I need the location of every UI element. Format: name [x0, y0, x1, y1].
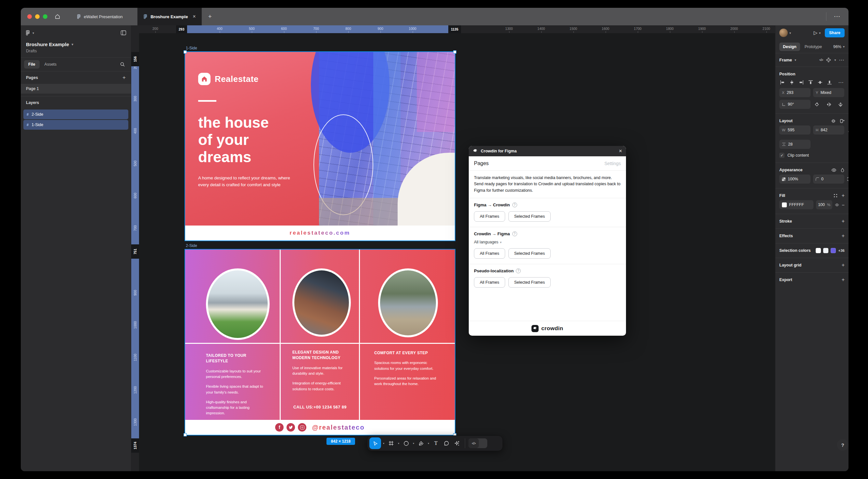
align-vertical-center-icon[interactable]	[818, 80, 823, 85]
align-horizontal-center-icon[interactable]	[789, 80, 794, 85]
all-frames-button[interactable]: All Frames	[474, 248, 505, 259]
shape-tool-button[interactable]	[401, 438, 411, 449]
fill-color-field[interactable]: FFFFFF	[779, 200, 813, 209]
width-field[interactable]: W595	[779, 125, 810, 134]
visibility-eye-icon[interactable]	[831, 168, 836, 173]
chevron-down-icon[interactable]: ▾	[427, 442, 430, 445]
sidebar-tab-file[interactable]: File	[24, 60, 40, 68]
corner-radius-field[interactable]: 0	[813, 175, 844, 184]
tab-prototype[interactable]: Prototype	[801, 42, 826, 51]
selection-handle[interactable]	[184, 50, 187, 54]
chevron-down-icon[interactable]: ▾	[789, 31, 791, 35]
avatar[interactable]	[779, 29, 788, 37]
dev-code-icon[interactable]: </>	[819, 58, 823, 62]
help-button[interactable]: ?	[837, 439, 848, 451]
selection-type-label[interactable]: Frame	[779, 58, 792, 62]
tab-broshure-example[interactable]: Broshure Example ×	[137, 8, 202, 25]
opacity-field[interactable]: 100%	[779, 175, 810, 184]
chevron-down-icon[interactable]: ▾	[411, 442, 415, 445]
titlebar-overflow-button[interactable]: ···	[834, 14, 841, 19]
more-options-icon[interactable]: ···	[839, 58, 845, 62]
auto-layout-icon[interactable]	[840, 119, 845, 123]
file-location[interactable]: Drafts	[26, 49, 126, 53]
selection-color-swatch[interactable]	[823, 248, 828, 253]
align-top-icon[interactable]	[808, 80, 813, 85]
file-title[interactable]: Broshure Example	[26, 41, 69, 47]
resize-to-fit-icon[interactable]	[831, 119, 836, 123]
dev-mode-toggle[interactable]: </>	[468, 438, 487, 448]
actions-tool-button[interactable]	[452, 438, 462, 449]
all-frames-button[interactable]: All Frames	[474, 277, 505, 288]
rotate-icon[interactable]	[814, 102, 819, 107]
home-button[interactable]	[53, 12, 62, 22]
height-field[interactable]: H842	[813, 125, 844, 134]
help-icon[interactable]: ?	[512, 203, 517, 207]
layer-item-2-side[interactable]: # 2-Side	[23, 110, 128, 119]
gap-field[interactable]: 28	[779, 140, 810, 149]
remove-fill-icon[interactable]: −	[842, 202, 845, 208]
frame-label-2-side[interactable]: 2-Side	[186, 243, 197, 248]
selection-color-swatch[interactable]	[816, 248, 821, 253]
tab-ewallet-presentation[interactable]: eWallet Presentation	[71, 8, 128, 25]
share-button[interactable]: Share	[825, 28, 845, 37]
selection-handle[interactable]	[453, 50, 457, 54]
flip-horizontal-icon[interactable]	[827, 102, 831, 107]
sidebar-tab-assets[interactable]: Assets	[40, 60, 61, 68]
chevron-down-icon[interactable]: ▾	[72, 42, 73, 46]
frame-1-side[interactable]: Realestate the house of your dreams A ho…	[185, 52, 455, 240]
dialog-tab-settings[interactable]: Settings	[604, 161, 621, 166]
search-icon[interactable]	[120, 62, 125, 67]
more-align-options-icon[interactable]: ···	[839, 80, 844, 85]
figma-menu-icon[interactable]	[25, 30, 30, 36]
chevron-down-icon[interactable]: ▾	[382, 442, 385, 445]
styles-icon[interactable]	[833, 193, 838, 198]
selection-colors-more[interactable]: +36	[838, 248, 845, 252]
dialog-tab-pages[interactable]: Pages	[474, 160, 489, 167]
selection-color-swatch[interactable]	[831, 248, 836, 253]
toggle-sidebar-icon[interactable]	[121, 30, 126, 35]
frame-label-1-side[interactable]: 1-Side	[186, 46, 197, 50]
add-page-button[interactable]: +	[122, 74, 126, 81]
present-play-button[interactable]: ▷	[814, 30, 818, 36]
chevron-down-icon[interactable]: ▾	[795, 58, 796, 62]
move-tool-button[interactable]	[369, 438, 381, 449]
add-stroke-icon[interactable]: +	[842, 218, 845, 224]
new-tab-button[interactable]: +	[208, 13, 212, 20]
add-effect-icon[interactable]: +	[842, 233, 845, 239]
chevron-down-icon[interactable]: ▾	[32, 31, 34, 35]
help-icon[interactable]: ?	[512, 231, 517, 236]
text-tool-button[interactable]: T	[431, 438, 441, 449]
zoom-level-dropdown[interactable]: 96% ▾	[833, 44, 845, 49]
minimize-window-button[interactable]	[35, 14, 40, 19]
align-left-icon[interactable]	[780, 80, 785, 85]
add-layout-grid-icon[interactable]: +	[842, 262, 845, 268]
fill-color-swatch[interactable]	[782, 203, 787, 207]
close-window-button[interactable]	[27, 14, 32, 19]
frame-2-side[interactable]: TAILORED TO YOUR LIFESTYLE Customizable …	[185, 249, 455, 435]
x-position-field[interactable]: X293	[779, 88, 810, 97]
comment-tool-button[interactable]	[441, 438, 451, 449]
help-icon[interactable]: ?	[516, 268, 521, 273]
add-fill-icon[interactable]: +	[842, 193, 845, 199]
close-tab-icon[interactable]: ×	[193, 13, 195, 20]
y-position-field[interactable]: YMixed	[813, 88, 844, 97]
clip-content-checkbox[interactable]: ✓	[779, 153, 784, 158]
close-icon[interactable]: ×	[619, 148, 622, 154]
clip-content-row[interactable]: ✓ Clip content	[779, 153, 845, 158]
blend-droplet-icon[interactable]	[840, 168, 845, 173]
selected-frames-button[interactable]: Selected Frames	[508, 277, 551, 288]
flip-vertical-icon[interactable]	[838, 102, 843, 107]
selected-frames-button[interactable]: Selected Frames	[508, 248, 551, 259]
independent-corners-icon[interactable]	[847, 177, 848, 181]
tab-design[interactable]: Design	[779, 42, 800, 51]
selection-handle[interactable]	[184, 433, 187, 437]
layer-item-1-side[interactable]: # 1-Side	[23, 120, 128, 130]
link-dimensions-icon[interactable]	[847, 128, 848, 132]
zoom-window-button[interactable]	[43, 14, 48, 19]
frame-tool-button[interactable]	[386, 438, 396, 449]
chevron-down-icon[interactable]: ▾	[819, 31, 820, 35]
fill-opacity-field[interactable]: 100 %	[816, 200, 832, 209]
align-bottom-icon[interactable]	[827, 80, 832, 85]
selected-frames-button[interactable]: Selected Frames	[508, 211, 551, 221]
dialog-header[interactable]: Crowdin for Figma ×	[469, 146, 626, 156]
